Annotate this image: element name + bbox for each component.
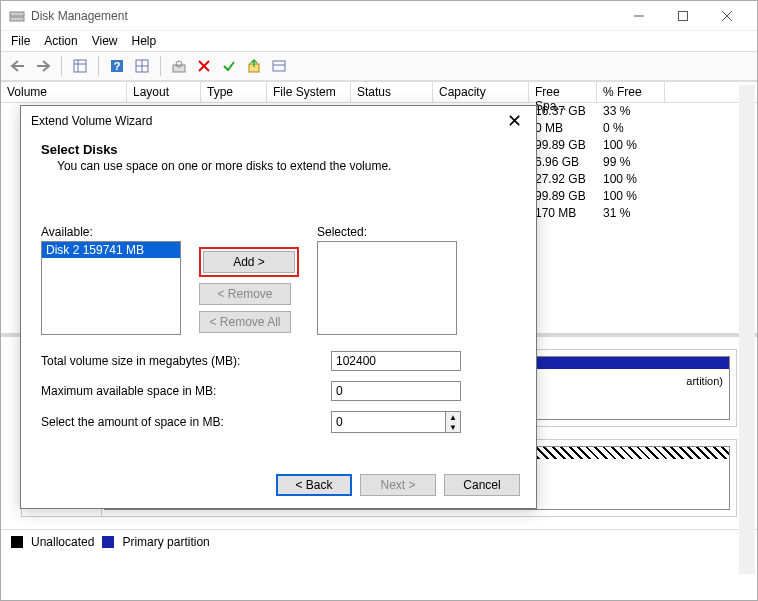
wizard-titlebar: Extend Volume Wizard ✕ — [21, 106, 536, 136]
cell-pct: 0 % — [597, 120, 665, 137]
menu-help[interactable]: Help — [132, 34, 157, 48]
col-file-system[interactable]: File System — [267, 82, 351, 103]
next-button[interactable]: Next > — [360, 474, 436, 496]
select-space-label: Select the amount of space in MB: — [41, 415, 331, 429]
settings-icon[interactable] — [168, 55, 190, 77]
grid-icon[interactable] — [131, 55, 153, 77]
legend: Unallocated Primary partition — [1, 529, 757, 553]
svg-text:?: ? — [114, 60, 121, 72]
wizard-heading: Select Disks — [41, 142, 516, 157]
col-status[interactable]: Status — [351, 82, 433, 103]
col-pct-free[interactable]: % Free — [597, 82, 665, 103]
cell-pct: 100 % — [597, 188, 665, 205]
minimize-button[interactable] — [617, 2, 661, 30]
available-disks-list[interactable]: Disk 2 159741 MB — [41, 241, 181, 335]
selected-label: Selected: — [317, 225, 457, 239]
forward-icon[interactable] — [32, 55, 54, 77]
swatch-primary — [102, 536, 114, 548]
col-free-space[interactable]: Free Spa... — [529, 82, 597, 103]
wizard-subheading: You can use space on one or more disks t… — [57, 159, 516, 173]
cell-free: 99.89 GB — [529, 137, 597, 154]
max-space-value: 0 — [331, 381, 461, 401]
volume-list-header: Volume Layout Type File System Status Ca… — [1, 81, 757, 103]
export-icon[interactable] — [243, 55, 265, 77]
col-volume[interactable]: Volume — [1, 82, 127, 103]
total-size-value: 102400 — [331, 351, 461, 371]
svg-rect-0 — [10, 12, 24, 16]
window-title: Disk Management — [31, 9, 617, 23]
cell-free: 16.37 GB — [529, 103, 597, 120]
svg-rect-16 — [173, 65, 185, 72]
back-icon[interactable] — [7, 55, 29, 77]
scrollbar[interactable] — [739, 85, 755, 574]
list-icon[interactable] — [268, 55, 290, 77]
swatch-unallocated — [11, 536, 23, 548]
delete-icon[interactable] — [193, 55, 215, 77]
spinner-up-icon[interactable]: ▲ — [446, 412, 460, 422]
disk-management-window: Disk Management File Action View Help ? — [0, 0, 758, 601]
legend-primary: Primary partition — [122, 535, 209, 549]
wizard-title: Extend Volume Wizard — [31, 114, 503, 128]
select-space-value[interactable]: 0 — [331, 411, 445, 433]
cell-free: 99.89 GB — [529, 188, 597, 205]
cell-free: 6.96 GB — [529, 154, 597, 171]
selected-disks-list[interactable] — [317, 241, 457, 335]
col-layout[interactable]: Layout — [127, 82, 201, 103]
titlebar: Disk Management — [1, 1, 757, 31]
help-icon[interactable]: ? — [106, 55, 128, 77]
add-highlight: Add > — [199, 247, 299, 277]
menu-view[interactable]: View — [92, 34, 118, 48]
cell-pct: 100 % — [597, 171, 665, 188]
add-button[interactable]: Add > — [203, 251, 295, 273]
cell-free: 170 MB — [529, 205, 597, 222]
cell-pct: 99 % — [597, 154, 665, 171]
total-size-label: Total volume size in megabytes (MB): — [41, 354, 331, 368]
close-button[interactable] — [705, 2, 749, 30]
available-label: Available: — [41, 225, 181, 239]
cell-pct: 33 % — [597, 103, 665, 120]
cell-free: 27.92 GB — [529, 171, 597, 188]
menu-action[interactable]: Action — [44, 34, 77, 48]
select-space-input[interactable]: 0 ▲ ▼ — [331, 411, 461, 433]
svg-rect-21 — [273, 61, 285, 71]
menu-file[interactable]: File — [11, 34, 30, 48]
extend-volume-wizard: Extend Volume Wizard ✕ Select Disks You … — [20, 105, 537, 509]
svg-rect-1 — [10, 17, 24, 21]
toolbar: ? — [1, 51, 757, 81]
close-icon[interactable]: ✕ — [503, 110, 526, 132]
legend-unallocated: Unallocated — [31, 535, 94, 549]
svg-rect-8 — [74, 60, 86, 72]
cell-free: 0 MB — [529, 120, 597, 137]
remove-all-button[interactable]: < Remove All — [199, 311, 291, 333]
spinner-down-icon[interactable]: ▼ — [446, 422, 460, 432]
cell-pct: 31 % — [597, 205, 665, 222]
cancel-button[interactable]: Cancel — [444, 474, 520, 496]
svg-rect-3 — [679, 11, 688, 20]
maximize-button[interactable] — [661, 2, 705, 30]
col-type[interactable]: Type — [201, 82, 267, 103]
max-space-label: Maximum available space in MB: — [41, 384, 331, 398]
table-icon[interactable] — [69, 55, 91, 77]
cell-pct: 100 % — [597, 137, 665, 154]
col-capacity[interactable]: Capacity — [433, 82, 529, 103]
list-item[interactable]: Disk 2 159741 MB — [42, 242, 180, 258]
remove-button[interactable]: < Remove — [199, 283, 291, 305]
check-icon[interactable] — [218, 55, 240, 77]
back-button[interactable]: < Back — [276, 474, 352, 496]
app-icon — [9, 8, 25, 24]
menubar: File Action View Help — [1, 31, 757, 51]
